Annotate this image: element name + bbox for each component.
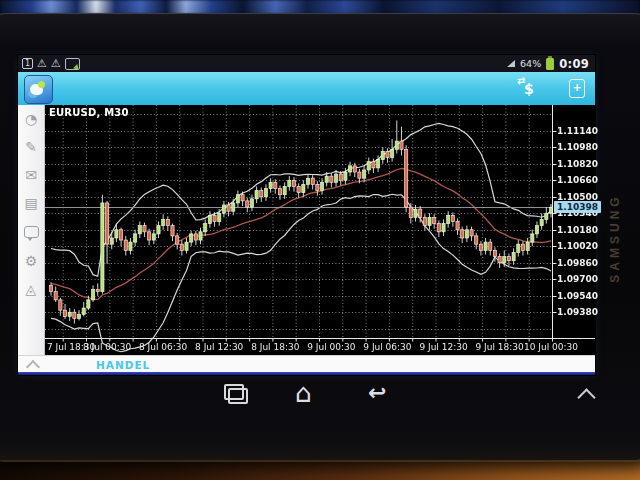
screen-edge-divider bbox=[18, 372, 595, 375]
y-axis-label: 1.10660 bbox=[557, 175, 598, 185]
community-icon[interactable]: ◬ bbox=[26, 282, 37, 297]
sidebar-menu: ◔ ✎ ✉ ▤ ⚙ ◬ bbox=[18, 105, 45, 355]
quotes-icon[interactable]: ◔ bbox=[25, 112, 37, 127]
status-right-icons: 64% 0:09 bbox=[507, 57, 589, 70]
x-axis-label: 8 Jul 06:30 bbox=[139, 342, 187, 352]
recent-apps-icon bbox=[224, 384, 244, 400]
y-axis-label: 1.10820 bbox=[557, 159, 598, 169]
chat-icon[interactable] bbox=[24, 226, 39, 238]
samsung-logo: SAMSUNG bbox=[608, 186, 622, 290]
app-icon-shape bbox=[38, 81, 45, 88]
y-axis-label: 1.10020 bbox=[557, 241, 598, 251]
current-price-tag: 1.10398 bbox=[554, 201, 601, 213]
x-axis-label: 9 Jul 06:30 bbox=[363, 342, 411, 352]
back-button[interactable]: ↩ bbox=[368, 380, 386, 405]
y-axis-label: 1.10180 bbox=[557, 225, 598, 235]
battery-icon bbox=[546, 58, 554, 70]
home-button[interactable]: ⌂ bbox=[295, 378, 312, 408]
warning-icon: ⚠ bbox=[51, 58, 61, 69]
y-axis-label: 1.09380 bbox=[557, 307, 598, 317]
signal-icon bbox=[507, 60, 515, 67]
app-header-bar: ⇄ $ + bbox=[18, 72, 595, 105]
y-axis-label: 1.11140 bbox=[557, 126, 598, 136]
y-axis-label: 1.09540 bbox=[557, 291, 598, 301]
x-axis-label: 8 Jul 18:30 bbox=[251, 342, 299, 352]
status-clock: 0:09 bbox=[559, 57, 589, 71]
new-chart-icon[interactable]: + bbox=[569, 79, 585, 98]
android-status-bar[interactable]: 1 ⚠ ⚠ 64% 0:09 bbox=[18, 55, 595, 72]
background-monitor-lights bbox=[0, 0, 640, 14]
x-axis-label: 10 Jul 00:30 bbox=[524, 342, 578, 352]
chart-symbol-label: EURUSD, M30 bbox=[49, 107, 129, 118]
x-axis-label: 8 Jul 00:30 bbox=[83, 342, 131, 352]
x-axis-label: 9 Jul 18:30 bbox=[475, 342, 523, 352]
y-axis-label: 1.09700 bbox=[557, 274, 598, 284]
mail-icon[interactable]: ✉ bbox=[25, 168, 37, 183]
x-axis-label: 9 Jul 00:30 bbox=[307, 342, 355, 352]
draw-icon[interactable]: ✎ bbox=[25, 140, 37, 155]
new-order-icon[interactable]: ⇄ $ bbox=[519, 79, 537, 97]
status-left-icons: 1 ⚠ ⚠ bbox=[22, 57, 80, 70]
news-icon[interactable]: ▤ bbox=[24, 196, 37, 211]
price-chart: EURUSD, M30 1.111401.109801.108201.10660… bbox=[45, 105, 595, 355]
bottom-trade-bar: HANDEL bbox=[18, 355, 595, 373]
trade-button[interactable]: HANDEL bbox=[96, 359, 150, 371]
settings-gear-icon[interactable]: ⚙ bbox=[25, 254, 38, 269]
metatrader-app-icon[interactable] bbox=[24, 75, 53, 104]
y-axis-label: 1.10500 bbox=[557, 192, 598, 202]
screenshot-icon bbox=[65, 58, 80, 70]
price-chart-canvas[interactable] bbox=[45, 105, 595, 355]
notification-count-icon: 1 bbox=[22, 58, 33, 69]
warning-icon: ⚠ bbox=[37, 58, 47, 69]
screen: 1 ⚠ ⚠ 64% 0:09 ⇄ $ + ◔ ✎ ✉ ▤ ⚙ ◬ bbox=[18, 55, 595, 375]
recent-apps-button[interactable] bbox=[228, 388, 248, 404]
y-axis-label: 1.10980 bbox=[557, 142, 598, 152]
x-axis-label: 8 Jul 12:30 bbox=[195, 342, 243, 352]
dollar-icon: $ bbox=[524, 81, 534, 97]
x-axis-label: 9 Jul 12:30 bbox=[419, 342, 467, 352]
battery-percent: 64% bbox=[520, 58, 541, 69]
y-axis-label: 1.09860 bbox=[557, 258, 598, 268]
